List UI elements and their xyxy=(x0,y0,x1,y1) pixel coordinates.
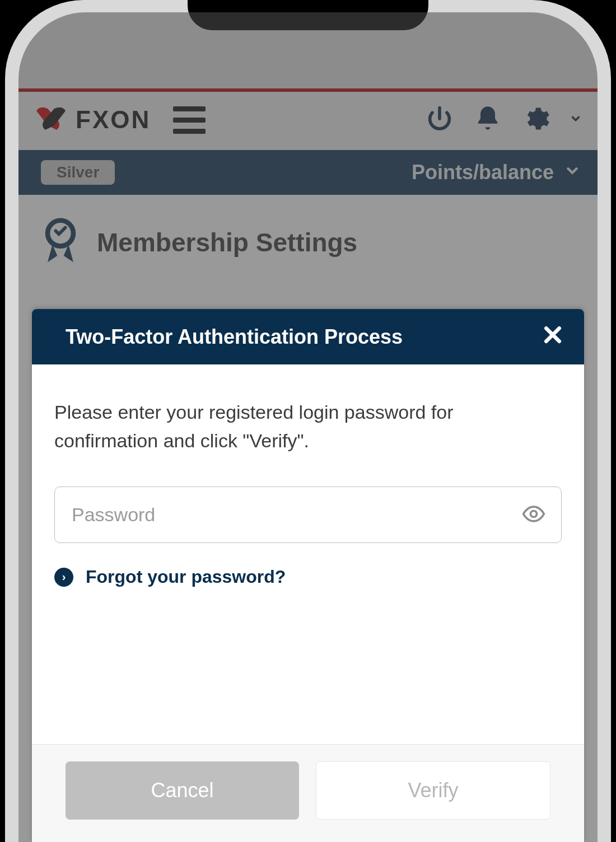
modal-body: Please enter your registered login passw… xyxy=(32,364,584,610)
svg-point-1 xyxy=(531,511,537,517)
close-icon[interactable] xyxy=(542,324,564,350)
phone-screen: FXON xyxy=(18,12,598,842)
twofa-modal: Two-Factor Authentication Process Please… xyxy=(32,309,584,842)
password-input[interactable] xyxy=(54,487,562,543)
phone-frame: FXON xyxy=(5,0,611,842)
forgot-password-label: Forgot your password? xyxy=(86,567,286,587)
password-field-wrap xyxy=(54,487,562,543)
cancel-button[interactable]: Cancel xyxy=(66,761,299,820)
eye-icon[interactable] xyxy=(521,502,546,528)
modal-title: Two-Factor Authentication Process xyxy=(66,325,403,349)
modal-header: Two-Factor Authentication Process xyxy=(32,309,584,364)
verify-button[interactable]: Verify xyxy=(316,761,550,820)
modal-footer: Cancel Verify xyxy=(32,744,584,842)
modal-description: Please enter your registered login passw… xyxy=(54,398,562,455)
chevron-right-circle-icon: › xyxy=(54,568,73,587)
forgot-password-link[interactable]: › Forgot your password? xyxy=(54,567,562,587)
